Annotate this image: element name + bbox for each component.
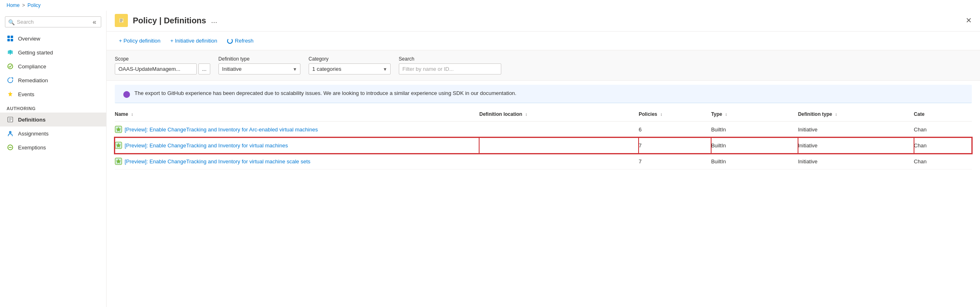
table-cell-deftype-3: Initiative (798, 154, 914, 169)
sort-icon-name: ↕ (131, 112, 133, 117)
search-input[interactable] (5, 16, 101, 27)
table-cell-deftype-1: Initiative (798, 122, 914, 138)
refresh-button[interactable]: Refresh (223, 36, 258, 46)
refresh-icon (227, 38, 233, 44)
row-1-link[interactable]: [Preview]: Enable ChangeTracking and Inv… (115, 126, 476, 133)
table-cell-type-1: BuiltIn (711, 122, 798, 138)
sidebar: 🔍 « Overview (0, 11, 107, 307)
definitions-table: Name ↕ Definition location ↕ Policies ↕ (115, 107, 972, 169)
table-cell-policies-1: 6 (639, 122, 711, 138)
table-cell-type-3: BuiltIn (711, 154, 798, 169)
breadcrumb-policy[interactable]: Policy (27, 2, 41, 8)
main-layout: 🔍 « Overview (0, 11, 980, 307)
category-select-wrapper: 1 categories All categories ▼ (309, 63, 391, 74)
remediation-icon (7, 77, 14, 84)
sort-icon-deftype: ↕ (835, 112, 837, 117)
search-icon: 🔍 (8, 19, 15, 25)
col-header-deftype[interactable]: Definition type ↕ (798, 107, 914, 122)
page-more-button[interactable]: ... (211, 16, 217, 25)
col-header-policies[interactable]: Policies ↕ (639, 107, 711, 122)
breadcrumb-home[interactable]: Home (7, 2, 20, 8)
table-cell-deftype-2: Initiative (798, 138, 914, 154)
sidebar-item-assignments[interactable]: Assignments (0, 126, 106, 140)
table-row-3: [Preview]: Enable ChangeTracking and Inv… (115, 154, 972, 169)
main-content: Policy | Definitions ... ✕ + Policy defi… (107, 11, 980, 307)
svg-point-6 (9, 131, 11, 133)
definition-type-filter: Definition type Initiative Policy All ▼ (218, 56, 300, 74)
scope-btn[interactable]: ... (198, 63, 210, 74)
sidebar-item-events[interactable]: Events (0, 87, 106, 101)
assignments-icon (7, 130, 14, 137)
category-filter: Category 1 categories All categories ▼ (309, 56, 391, 74)
sidebar-item-assignments-label: Assignments (18, 131, 48, 137)
sidebar-item-getting-started-label: Getting started (18, 50, 53, 56)
svg-rect-2 (7, 39, 10, 41)
close-button[interactable]: ✕ (966, 16, 972, 25)
definitions-icon (7, 116, 14, 123)
sidebar-item-remediation[interactable]: Remediation (0, 73, 106, 87)
search-filter-input[interactable] (399, 63, 501, 74)
sidebar-item-exemptions-label: Exemptions (18, 144, 46, 151)
row-3-link[interactable]: [Preview]: Enable ChangeTracking and Inv… (115, 158, 476, 165)
initiative-definition-button[interactable]: + Initiative definition (166, 36, 222, 46)
sidebar-item-overview[interactable]: Overview (0, 32, 106, 45)
definition-type-select-wrapper: Initiative Policy All ▼ (218, 63, 300, 74)
page-title-row: Policy | Definitions ... ✕ (115, 14, 972, 27)
table-cell-cate-2: Chan (914, 138, 972, 154)
sort-icon-type: ↕ (725, 112, 727, 117)
table-row-selected: [Preview]: Enable ChangeTracking and Inv… (115, 138, 972, 154)
row-2-link[interactable]: [Preview]: Enable ChangeTracking and Inv… (115, 142, 476, 149)
scope-input[interactable] (115, 63, 197, 74)
collapse-icon[interactable]: « (93, 18, 96, 26)
svg-rect-0 (7, 36, 10, 38)
sidebar-item-events-label: Events (18, 91, 34, 97)
table-container: Name ↕ Definition location ↕ Policies ↕ (107, 107, 980, 169)
sidebar-nav: Overview Getting started (0, 32, 106, 307)
table-cell-name: [Preview]: Enable ChangeTracking and Inv… (115, 122, 479, 138)
sidebar-search-container: 🔍 « (5, 16, 101, 27)
page-title: Policy | Definitions (133, 16, 206, 25)
toolbar: + Policy definition + Initiative definit… (107, 32, 980, 50)
search-filter: Search (399, 56, 501, 74)
sidebar-item-definitions-label: Definitions (18, 117, 45, 123)
table-cell-cate-3: Chan (914, 154, 972, 169)
sort-icon-policies: ↕ (660, 112, 662, 117)
col-header-name[interactable]: Name ↕ (115, 107, 479, 122)
refresh-label: Refresh (235, 38, 254, 44)
table-header: Name ↕ Definition location ↕ Policies ↕ (115, 107, 972, 122)
scope-input-row: ... (115, 63, 210, 74)
filters-row: Scope ... Definition type Initiative Pol… (107, 50, 980, 81)
info-banner: ⬤ The export to GitHub experience has be… (115, 85, 972, 103)
policy-definition-button[interactable]: + Policy definition (115, 36, 165, 46)
breadcrumb: Home > Policy (0, 0, 980, 11)
compliance-icon (7, 63, 14, 70)
scope-label: Scope (115, 56, 210, 62)
sidebar-item-exemptions[interactable]: Exemptions (0, 140, 106, 154)
table-cell-defloc-2 (479, 138, 639, 154)
events-icon (7, 90, 14, 98)
col-header-type[interactable]: Type ↕ (711, 107, 798, 122)
getting-started-icon (7, 49, 14, 56)
table-cell-defloc-3 (479, 154, 639, 169)
table-cell-name-3: [Preview]: Enable ChangeTracking and Inv… (115, 154, 479, 169)
category-select[interactable]: 1 categories All categories (309, 63, 391, 74)
sidebar-item-overview-label: Overview (18, 36, 40, 42)
category-label: Category (309, 56, 391, 62)
col-header-defloc[interactable]: Definition location ↕ (479, 107, 639, 122)
table-cell-defloc-1 (479, 122, 639, 138)
col-header-cate: Cate (914, 107, 972, 122)
svg-rect-1 (11, 36, 13, 38)
breadcrumb-sep: > (22, 2, 25, 8)
sort-icon-defloc: ↕ (525, 112, 527, 117)
sidebar-item-compliance[interactable]: Compliance (0, 59, 106, 73)
info-icon: ⬤ (123, 90, 130, 98)
app-container: Home > Policy 🔍 « (0, 0, 980, 307)
table-cell-cate-1: Chan (914, 122, 972, 138)
overview-icon (7, 35, 14, 42)
sidebar-item-definitions[interactable]: Definitions (0, 113, 106, 126)
table-cell-policies-3: 7 (639, 154, 711, 169)
sidebar-item-getting-started[interactable]: Getting started (0, 45, 106, 59)
sidebar-item-compliance-label: Compliance (18, 63, 46, 70)
definition-type-select[interactable]: Initiative Policy All (218, 63, 300, 74)
definition-type-label: Definition type (218, 56, 300, 62)
